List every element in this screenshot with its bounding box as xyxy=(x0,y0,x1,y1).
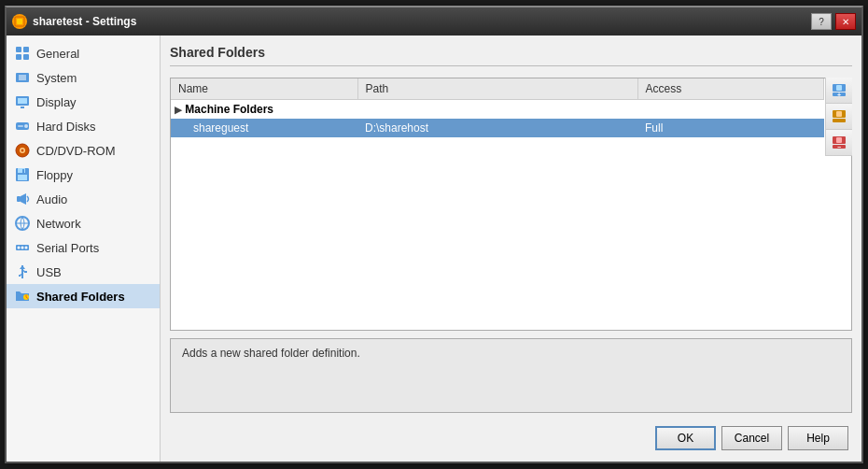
panel-title: Shared Folders xyxy=(170,45,852,66)
description-box: Adds a new shared folder definition. xyxy=(170,338,852,413)
audio-icon xyxy=(14,191,31,207)
footer-buttons: OK Cancel Help xyxy=(170,420,852,452)
svg-rect-3 xyxy=(23,47,29,52)
titlebar: sharetest - Settings ? ✕ xyxy=(7,7,861,36)
svg-marker-30 xyxy=(20,265,25,269)
svg-rect-40 xyxy=(836,85,842,91)
sidebar-item-network[interactable]: Network xyxy=(7,211,160,235)
svg-rect-9 xyxy=(18,98,27,104)
window-title: sharetest - Settings xyxy=(33,15,136,28)
svg-rect-34 xyxy=(19,275,21,277)
col-path: Path xyxy=(357,78,637,100)
svg-point-27 xyxy=(21,247,24,249)
row-path: D:\sharehost xyxy=(357,119,637,137)
sidebar-item-cd-dvd[interactable]: CD/DVD-ROM xyxy=(7,138,160,163)
ok-button[interactable]: OK xyxy=(655,426,716,450)
row-access: Full xyxy=(637,119,824,137)
network-icon xyxy=(14,215,31,232)
serial-ports-icon xyxy=(14,239,31,256)
sidebar-label-floppy: Floppy xyxy=(36,168,73,182)
sidebar-item-hard-disks[interactable]: Hard Disks xyxy=(7,114,160,138)
titlebar-buttons: ? ✕ xyxy=(811,13,856,30)
svg-rect-10 xyxy=(21,107,24,108)
content-area: General System xyxy=(7,36,861,462)
usb-icon xyxy=(14,263,31,280)
folder-table-container: Name Path Access ▶ Machine Folders xyxy=(170,78,852,331)
sidebar-item-general[interactable]: General xyxy=(7,41,160,65)
sidebar-item-system[interactable]: System xyxy=(7,65,160,90)
sidebar-item-shared-folders[interactable]: Shared Folders xyxy=(7,284,160,308)
svg-rect-42 xyxy=(833,119,846,122)
sidebar-label-usb: USB xyxy=(36,265,62,279)
row-name: shareguest xyxy=(171,119,357,137)
remove-folder-button[interactable]: − xyxy=(826,130,852,156)
sidebar-label-system: System xyxy=(36,71,77,85)
sidebar-label-cd-dvd: CD/DVD-ROM xyxy=(36,144,116,158)
table-row[interactable]: shareguest D:\sharehost Full xyxy=(171,119,824,137)
sidebar-label-shared-folders: Shared Folders xyxy=(36,290,125,304)
cancel-button[interactable]: Cancel xyxy=(721,426,782,450)
svg-rect-19 xyxy=(22,169,24,173)
svg-marker-22 xyxy=(21,193,26,205)
help-button[interactable]: Help xyxy=(788,426,848,450)
svg-point-26 xyxy=(18,247,21,249)
sidebar-label-audio: Audio xyxy=(36,192,67,206)
sidebar-item-audio[interactable]: Audio xyxy=(7,187,160,211)
general-icon xyxy=(14,45,31,62)
titlebar-left: sharetest - Settings xyxy=(12,14,136,29)
svg-rect-4 xyxy=(16,54,21,60)
group-label: Machine Folders xyxy=(185,103,273,116)
svg-rect-20 xyxy=(18,175,27,180)
edit-folder-button[interactable] xyxy=(826,104,852,130)
window-icon xyxy=(12,14,27,29)
shared-folders-icon xyxy=(14,288,31,305)
sidebar-label-display: Display xyxy=(36,95,77,109)
svg-rect-2 xyxy=(16,47,21,52)
add-folder-button[interactable]: + xyxy=(826,78,852,104)
folder-table: Name Path Access ▶ Machine Folders xyxy=(171,78,824,137)
main-panel: Shared Folders Name Path Access xyxy=(161,36,861,462)
svg-point-16 xyxy=(21,149,24,152)
sidebar-label-network: Network xyxy=(36,217,81,231)
sidebar-label-serial-ports: Serial Ports xyxy=(36,241,99,255)
table-section: Name Path Access ▶ Machine Folders xyxy=(170,78,852,331)
svg-rect-33 xyxy=(24,271,27,273)
svg-rect-13 xyxy=(18,125,23,127)
col-access: Access xyxy=(637,78,824,100)
svg-rect-21 xyxy=(17,196,21,202)
display-icon xyxy=(14,93,31,110)
svg-text:+: + xyxy=(837,91,841,97)
svg-rect-1 xyxy=(17,19,22,24)
close-button[interactable]: ✕ xyxy=(835,13,856,30)
system-icon xyxy=(14,69,31,86)
help-button[interactable]: ? xyxy=(811,13,832,30)
sidebar-item-display[interactable]: Display xyxy=(7,90,160,114)
sidebar-item-serial-ports[interactable]: Serial Ports xyxy=(7,235,160,260)
description-text: Adds a new shared folder definition. xyxy=(182,347,360,360)
svg-rect-5 xyxy=(23,54,29,60)
sidebar: General System xyxy=(7,36,161,462)
svg-point-12 xyxy=(24,124,28,128)
hard-disks-icon xyxy=(14,118,31,135)
folder-toolbar: + xyxy=(825,78,852,156)
group-row: ▶ Machine Folders xyxy=(171,100,824,120)
sidebar-item-usb[interactable]: USB xyxy=(7,260,160,284)
svg-text:−: − xyxy=(837,143,841,149)
col-name: Name xyxy=(171,78,357,100)
main-window: sharetest - Settings ? ✕ General xyxy=(5,6,863,463)
svg-point-28 xyxy=(25,247,28,249)
floppy-icon xyxy=(14,166,31,183)
sidebar-item-floppy[interactable]: Floppy xyxy=(7,163,160,187)
sidebar-label-general: General xyxy=(36,47,79,61)
cd-dvd-icon xyxy=(14,142,31,159)
svg-rect-47 xyxy=(836,137,842,143)
sidebar-label-hard-disks: Hard Disks xyxy=(36,120,96,134)
svg-rect-7 xyxy=(19,75,26,80)
svg-rect-44 xyxy=(836,111,842,117)
expand-arrow-icon: ▶ xyxy=(175,105,182,115)
